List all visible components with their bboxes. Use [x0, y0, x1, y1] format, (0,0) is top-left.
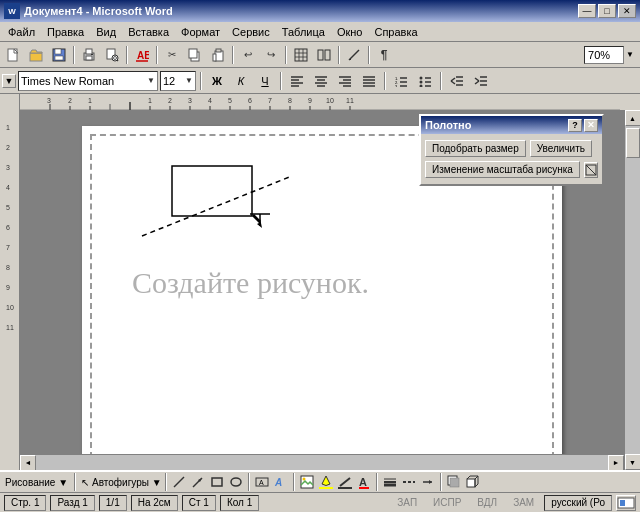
undo-button[interactable]: ↩: [237, 44, 259, 66]
textbox-tool[interactable]: A: [253, 473, 271, 491]
svg-text:6: 6: [248, 97, 252, 104]
document-area[interactable]: Полотно ? ✕ Подобрать размер Увеличить И…: [20, 110, 624, 470]
print-preview-button[interactable]: [101, 44, 123, 66]
menu-edit[interactable]: Правка: [41, 24, 90, 40]
scroll-thumb-v[interactable]: [626, 128, 640, 158]
italic-button[interactable]: К: [230, 71, 252, 91]
format-sep-2: [280, 72, 282, 90]
line-style-button[interactable]: [381, 473, 399, 491]
drawing-button[interactable]: [343, 44, 365, 66]
bold-button[interactable]: Ж: [206, 71, 228, 91]
drawing-toolbar: Рисование ▼ ↖ Автофигуры ▼ A A A: [0, 470, 640, 492]
increase-indent-button[interactable]: [470, 71, 492, 91]
justify-button[interactable]: [358, 71, 380, 91]
font-size-value: 12: [163, 75, 175, 87]
line-tool[interactable]: [170, 473, 188, 491]
menu-table[interactable]: Таблица: [276, 24, 331, 40]
autoshapes-button[interactable]: Автофигуры ▼: [92, 477, 162, 488]
show-hide-button[interactable]: ¶: [373, 44, 395, 66]
menu-window[interactable]: Окно: [331, 24, 369, 40]
menu-insert[interactable]: Вставка: [122, 24, 175, 40]
scale-drawing-button[interactable]: Изменение масштаба рисунка: [425, 161, 580, 178]
vertical-ruler: 1 2 3 4 5 6 7 8 9 10 11: [0, 110, 20, 470]
scroll-track-h: [36, 455, 608, 470]
svg-rect-17: [189, 49, 197, 58]
align-right-button[interactable]: [334, 71, 356, 91]
drawing-label[interactable]: Рисование ▼: [5, 477, 68, 488]
svg-text:4: 4: [208, 97, 212, 104]
line-color-button[interactable]: [336, 473, 354, 491]
arrow-style-button[interactable]: [419, 473, 437, 491]
scroll-left-button[interactable]: ◄: [20, 455, 36, 471]
align-left-button[interactable]: [286, 71, 308, 91]
select-tool-button[interactable]: ↖: [79, 477, 91, 488]
scroll-up-button[interactable]: ▲: [625, 110, 641, 126]
threed-button[interactable]: [464, 473, 482, 491]
wordart-tool[interactable]: A: [272, 473, 290, 491]
bullets-button[interactable]: [414, 71, 436, 91]
svg-rect-122: [212, 478, 222, 486]
dash-style-button[interactable]: [400, 473, 418, 491]
shadow-button[interactable]: [445, 473, 463, 491]
menu-file[interactable]: Файл: [2, 24, 41, 40]
canvas-panel-close-button[interactable]: ✕: [584, 119, 598, 132]
scroll-right-button[interactable]: ►: [608, 455, 624, 471]
svg-text:4: 4: [6, 184, 10, 191]
menu-tools[interactable]: Сервис: [226, 24, 276, 40]
status-pages: 1/1: [99, 495, 127, 511]
status-rec: ЗАП: [391, 495, 423, 511]
print-button[interactable]: [78, 44, 100, 66]
svg-text:11: 11: [6, 324, 14, 331]
fit-size-button[interactable]: Подобрать размер: [425, 140, 526, 157]
svg-text:7: 7: [6, 244, 10, 251]
zoom-in-button[interactable]: Увеличить: [530, 140, 592, 157]
format-toolbar: ▼ Times New Roman ▼ 12 ▼ Ж К Ч 1.2.3.: [0, 68, 640, 94]
align-center-button[interactable]: [310, 71, 332, 91]
arrow-tool[interactable]: [189, 473, 207, 491]
svg-rect-26: [318, 50, 323, 60]
font-name-select[interactable]: Times New Roman ▼: [18, 71, 158, 91]
decrease-indent-button[interactable]: [446, 71, 468, 91]
font-size-select[interactable]: 12 ▼: [160, 71, 196, 91]
svg-rect-142: [467, 479, 475, 487]
style-dropdown-icon[interactable]: ▼: [2, 74, 16, 88]
ellipse-tool[interactable]: [227, 473, 245, 491]
underline-button[interactable]: Ч: [254, 71, 276, 91]
vertical-scrollbar: ▲ ▼: [624, 110, 640, 470]
cut-button[interactable]: ✂: [161, 44, 183, 66]
toolbar-separator-6: [338, 46, 340, 64]
minimize-button[interactable]: —: [578, 4, 596, 18]
svg-rect-131: [338, 487, 352, 489]
numbering-button[interactable]: 1.2.3.: [390, 71, 412, 91]
columns-button[interactable]: [313, 44, 335, 66]
new-button[interactable]: [2, 44, 24, 66]
svg-line-130: [340, 478, 350, 486]
close-button[interactable]: ✕: [618, 4, 636, 18]
menu-help[interactable]: Справка: [368, 24, 423, 40]
svg-rect-27: [325, 50, 330, 60]
spellcheck-button[interactable]: ABC: [131, 44, 153, 66]
zoom-dropdown[interactable]: ▼: [626, 50, 634, 59]
svg-text:1: 1: [88, 97, 92, 104]
rectangle-tool[interactable]: [208, 473, 226, 491]
menu-format[interactable]: Формат: [175, 24, 226, 40]
scale-icon[interactable]: [584, 162, 598, 178]
fill-color-button[interactable]: [317, 473, 335, 491]
drawing-canvas: [132, 156, 302, 236]
table-button[interactable]: [290, 44, 312, 66]
zoom-input[interactable]: 70%: [584, 46, 624, 64]
copy-button[interactable]: [184, 44, 206, 66]
menu-view[interactable]: Вид: [90, 24, 122, 40]
drawing-sep-6: [440, 473, 442, 491]
clipart-tool[interactable]: [298, 473, 316, 491]
autoshapes-group: Автофигуры ▼: [92, 477, 162, 488]
scroll-down-button[interactable]: ▼: [625, 454, 641, 470]
open-button[interactable]: [25, 44, 47, 66]
redo-button[interactable]: ↪: [260, 44, 282, 66]
svg-text:1: 1: [148, 97, 152, 104]
save-button[interactable]: [48, 44, 70, 66]
paste-button[interactable]: [207, 44, 229, 66]
font-color-button[interactable]: A: [355, 473, 373, 491]
canvas-panel-help[interactable]: ?: [568, 119, 582, 132]
maximize-button[interactable]: □: [598, 4, 616, 18]
